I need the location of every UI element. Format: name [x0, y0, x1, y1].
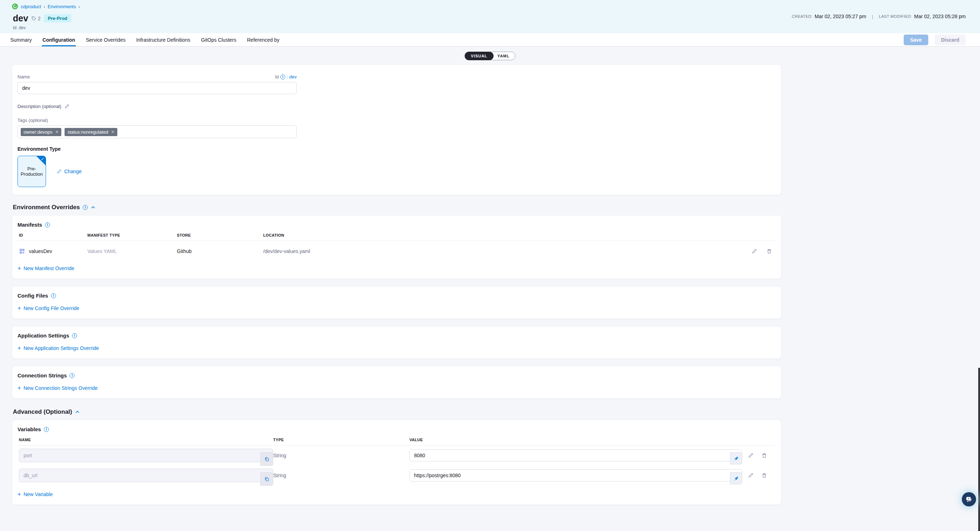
tab-referenced-by[interactable]: Referenced by: [246, 33, 280, 46]
tab-summary[interactable]: Summary: [10, 33, 32, 46]
copy-button[interactable]: [260, 452, 273, 466]
divider: |: [872, 14, 873, 19]
manifests-title: Manifests: [18, 222, 42, 228]
tab-gitops-clusters[interactable]: GitOps Clusters: [200, 33, 237, 46]
modified-value: Mar 02, 2023 05:28 pm: [914, 14, 966, 19]
environment-type-label: Environment Type: [18, 146, 776, 152]
created-value: Mar 02, 2023 05:27 pm: [815, 14, 866, 19]
change-env-type-link[interactable]: Change: [57, 168, 82, 174]
variable-value-input[interactable]: [409, 469, 742, 482]
entity-id: Id: dev: [13, 25, 25, 30]
discard-button[interactable]: Discard: [935, 35, 966, 45]
breadcrumb-environments-link[interactable]: Environments: [48, 4, 76, 9]
scrollbar-thumb[interactable]: [978, 368, 980, 531]
info-icon[interactable]: i: [72, 333, 77, 338]
new-connection-strings-override-button[interactable]: + New Connection Strings Override: [18, 385, 98, 391]
check-icon: ✓: [41, 157, 44, 162]
chevron-right-icon: ›: [78, 4, 80, 9]
plus-icon: +: [18, 491, 21, 497]
collapse-icon[interactable]: [91, 205, 95, 210]
tab-infrastructure-definitions[interactable]: Infrastructure Definitions: [135, 33, 191, 46]
pin-button[interactable]: [730, 452, 742, 464]
remove-tag-icon[interactable]: ✕: [111, 130, 114, 134]
col-type: TYPE: [273, 437, 409, 442]
pin-button[interactable]: [730, 472, 742, 484]
manifest-location: /dev/dev-values.yaml: [263, 248, 733, 254]
tag-chip-label: status:nonregulated: [67, 129, 108, 135]
variable-name-input[interactable]: [19, 469, 273, 482]
variable-value-input[interactable]: [409, 449, 742, 461]
new-application-settings-override-button[interactable]: + New Application Settings Override: [18, 345, 99, 351]
copy-icon: [264, 457, 270, 462]
pin-icon: [733, 456, 739, 461]
visual-toggle-button[interactable]: VISUAL: [465, 52, 493, 60]
variables-title: Variables: [18, 426, 41, 432]
plus-icon: +: [18, 265, 21, 271]
page-title: dev: [13, 13, 28, 24]
plus-icon: +: [18, 345, 21, 351]
tag-chip: owner:devops ✕: [21, 128, 61, 136]
plus-icon: +: [18, 385, 21, 391]
copy-button[interactable]: [260, 472, 273, 486]
manifests-card: Manifests i ID MANIFEST TYPE STORE LOCAT…: [12, 216, 781, 279]
harness-logo-icon: [12, 3, 18, 10]
edit-icon[interactable]: [748, 472, 754, 478]
collapse-icon[interactable]: [75, 409, 80, 414]
id-value: : dev: [287, 74, 297, 79]
svg-text:?: ?: [967, 497, 969, 500]
variable-row: String: [18, 465, 776, 485]
tag-chip-label: owner:devops: [24, 129, 52, 135]
manifest-type: Values YAML: [88, 248, 177, 254]
info-icon[interactable]: i: [70, 373, 75, 378]
breadcrumb-project-link[interactable]: cdproduct: [21, 4, 41, 9]
remove-tag-icon[interactable]: ✕: [55, 130, 59, 134]
info-icon[interactable]: i: [45, 222, 50, 227]
variable-type: String: [273, 472, 409, 478]
info-icon[interactable]: i: [51, 293, 56, 298]
tab-bar: Summary Configuration Service Overrides …: [0, 33, 980, 47]
edit-description-icon[interactable]: [64, 104, 70, 109]
tag-chip: status:nonregulated ✕: [65, 128, 117, 136]
tags-input[interactable]: owner:devops ✕ status:nonregulated ✕: [18, 125, 297, 138]
environment-type-card[interactable]: Pre-Production ✓: [18, 156, 46, 187]
config-files-card: Config Files i + New Config File Overrid…: [12, 287, 781, 319]
environment-configuration-page: cdproduct › Environments › dev 2 Pre-Pro…: [0, 0, 980, 531]
connection-strings-heading: Connection Strings i: [18, 372, 776, 379]
chevron-right-icon: ›: [43, 4, 45, 9]
tab-configuration[interactable]: Configuration: [42, 33, 76, 46]
tab-service-overrides[interactable]: Service Overrides: [85, 33, 126, 46]
created-label: CREATED:: [792, 14, 812, 19]
new-config-file-override-button[interactable]: + New Config File Override: [18, 305, 79, 311]
save-button[interactable]: Save: [904, 35, 928, 45]
edit-icon[interactable]: [748, 453, 754, 458]
manifest-row: valuesDev Values YAML Github /dev/dev-va…: [18, 241, 776, 261]
help-chat-button[interactable]: ?: [962, 492, 976, 506]
name-label: Name: [18, 74, 30, 79]
new-config-file-override-label: New Config File Override: [24, 306, 79, 311]
variable-type: String: [273, 453, 409, 458]
delete-icon[interactable]: [761, 472, 767, 478]
edit-icon[interactable]: [751, 248, 757, 254]
name-input[interactable]: [18, 82, 297, 94]
manifest-icon: [19, 248, 25, 254]
info-icon[interactable]: i: [44, 427, 49, 432]
info-icon[interactable]: i: [280, 74, 285, 79]
pin-icon: [733, 476, 739, 481]
page-header: cdproduct › Environments › dev 2 Pre-Pro…: [0, 0, 980, 33]
new-manifest-override-button[interactable]: + New Manifest Override: [18, 265, 74, 271]
col-name: NAME: [19, 437, 273, 442]
connection-strings-card: Connection Strings i + New Connection St…: [12, 366, 781, 398]
info-icon[interactable]: i: [83, 205, 88, 210]
delete-icon[interactable]: [761, 453, 767, 458]
new-manifest-override-label: New Manifest Override: [24, 265, 74, 271]
environment-overrides-title: Environment Overrides: [13, 204, 80, 211]
delete-icon[interactable]: [766, 248, 772, 254]
tag-count-value: 2: [38, 16, 41, 21]
variables-heading: Variables i: [18, 426, 776, 432]
new-variable-label: New Variable: [24, 491, 53, 497]
description-label: Description (optional): [18, 104, 61, 109]
view-toggle: VISUAL YAML: [0, 52, 980, 60]
new-variable-button[interactable]: + New Variable: [18, 491, 53, 497]
variable-name-input[interactable]: [19, 449, 273, 462]
manifest-store: Github: [177, 248, 263, 254]
